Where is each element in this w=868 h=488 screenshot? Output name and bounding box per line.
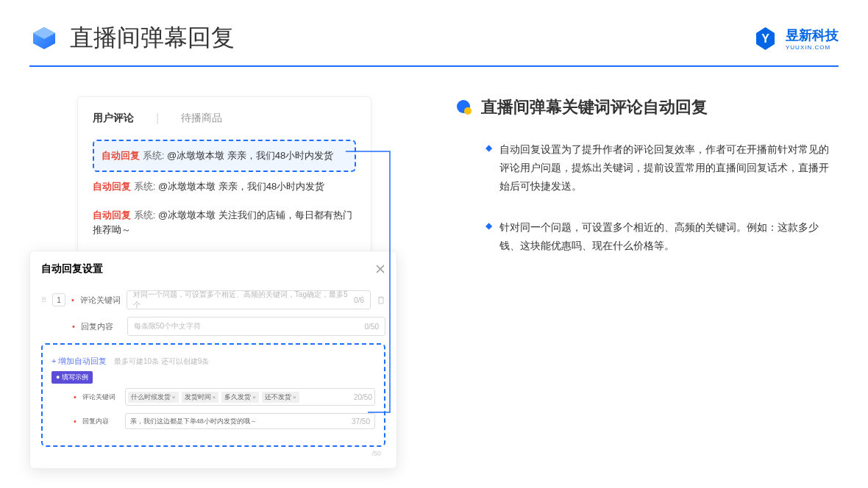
description-panel: 直播间弹幕关键词评论自动回复 ◆ 自动回复设置为了提升作者的评论回复效率，作者可… (456, 96, 839, 277)
keyword-input[interactable]: 对同一个问题，可设置多个相近、高频的关键词，Tag确定，最多5个 0/6 (127, 290, 371, 309)
tag-remove-icon[interactable]: × (172, 394, 176, 401)
cube-icon (29, 24, 59, 53)
system-label: 系统: (134, 181, 156, 192)
settings-card: 自动回复设置 ⠿ 1 • 评论关键词 对同一个问题，可设置多个相近、高频的关键词… (29, 251, 397, 469)
tab-divider: | (156, 112, 159, 129)
comment-item-highlighted: 自动回复 系统: @冰墩墩本墩 亲亲，我们48小时内发货 (93, 140, 356, 172)
example-content-input[interactable]: 亲，我们这边都是下单48小时内发货的哦～ 37/50 (125, 413, 375, 429)
bullet-marker-icon: ◆ (485, 220, 492, 255)
content-row: • 回复内容 每条限50个中文字符 0/50 (41, 317, 385, 336)
keyword-row: ⠿ 1 • 评论关键词 对同一个问题，可设置多个相近、高频的关键词，Tag确定，… (41, 290, 385, 309)
settings-title: 自动回复设置 (41, 262, 103, 276)
example-content-label: 回复内容 (82, 417, 119, 426)
tag-remove-icon[interactable]: × (293, 394, 296, 401)
tab-pending-goods[interactable]: 待播商品 (181, 112, 222, 129)
drag-handle-icon[interactable]: ⠿ (41, 296, 46, 304)
bullet-item: ◆ 自动回复设置为了提升作者的评论回复效率，作者可在开播前针对常见的评论用户问题… (456, 140, 839, 196)
comment-text: @冰墩墩本墩 亲亲，我们48小时内发货 (158, 181, 324, 192)
logo: Y 昱新科技 YUUXIN.COM (753, 26, 839, 51)
bullet-marker-icon: ◆ (485, 143, 492, 196)
example-keyword-label: 评论关键词 (82, 392, 119, 402)
content-label: 回复内容 (81, 321, 121, 332)
tag-remove-icon[interactable]: × (213, 394, 216, 401)
section-title: 直播间弹幕关键词评论自动回复 (481, 96, 708, 118)
tab-user-comments[interactable]: 用户评论 (93, 112, 134, 129)
bubble-icon (456, 99, 472, 115)
bullet-text: 针对同一个问题，可设置多个相近的、高频的关键词。例如：这款多少钱、这块能优惠吗、… (499, 218, 839, 255)
system-label: 系统: (143, 150, 165, 161)
connector-line (346, 140, 397, 420)
screenshot-panel: 用户评论 | 待播商品 自动回复 系统: @冰墩墩本墩 亲亲，我们48小时内发货… (29, 96, 412, 277)
header-divider (29, 65, 839, 67)
footer-count: /50 (41, 447, 385, 457)
tag-remove-icon[interactable]: × (252, 394, 256, 401)
example-content-row: • 回复内容 亲，我们这边都是下单48小时内发货的哦～ 37/50 (51, 413, 375, 429)
logo-text-cn: 昱新科技 (786, 26, 839, 44)
example-tag-input[interactable]: 什么时候发货× 发货时间× 多久发货× 还不发货× 20/50 (125, 388, 375, 406)
comment-item: 自动回复 系统: @冰墩墩本墩 关注我们的店铺，每日都有热门推荐呦～ (93, 201, 356, 244)
example-keyword-row: • 评论关键词 什么时候发货× 发货时间× 多久发货× 还不发货× 20/50 (51, 388, 375, 406)
system-label: 系统: (134, 209, 156, 220)
tag: 还不发货× (262, 392, 299, 403)
comments-card: 用户评论 | 待播商品 自动回复 系统: @冰墩墩本墩 亲亲，我们48小时内发货… (77, 96, 371, 259)
logo-text-en: YUUXIN.COM (786, 44, 839, 51)
tag: 多久发货× (221, 392, 259, 403)
example-badge: ● 填写示例 (51, 371, 93, 384)
auto-reply-badge: 自动回复 (93, 209, 131, 220)
order-number: 1 (52, 293, 65, 306)
required-marker: • (72, 322, 75, 331)
auto-reply-badge: 自动回复 (102, 150, 140, 161)
comment-text: @冰墩墩本墩 关注我们的店铺，每日都有热门推荐呦～ (93, 209, 352, 235)
page-header: 直播间弹幕回复 Y 昱新科技 YUUXIN.COM (0, 0, 868, 65)
example-box: + 增加自动回复 最多可建10条 还可以创建9条 ● 填写示例 • 评论关键词 … (41, 343, 385, 447)
tabs-row: 用户评论 | 待播商品 (93, 112, 356, 129)
bullet-text: 自动回复设置为了提升作者的评论回复效率，作者可在开播前针对常见的评论用户问题，提… (499, 140, 839, 196)
logo-icon: Y (753, 26, 778, 51)
svg-point-4 (464, 107, 472, 115)
add-hint: 最多可建10条 还可以创建9条 (114, 357, 209, 365)
bullet-item: ◆ 针对同一个问题，可设置多个相近的、高频的关键词。例如：这款多少钱、这块能优惠… (456, 218, 839, 255)
tag: 什么时候发货× (128, 392, 179, 403)
svg-text:Y: Y (761, 32, 769, 45)
keyword-label: 评论关键词 (80, 295, 121, 306)
required-marker: • (71, 295, 74, 304)
auto-reply-badge: 自动回复 (93, 181, 131, 192)
comment-text: @冰墩墩本墩 亲亲，我们48小时内发货 (167, 150, 333, 161)
add-auto-reply-link[interactable]: + 增加自动回复 (51, 356, 107, 365)
tag: 发货时间× (182, 392, 219, 403)
page-title: 直播间弹幕回复 (70, 22, 235, 54)
comment-item: 自动回复 系统: @冰墩墩本墩 亲亲，我们48小时内发货 (93, 172, 356, 201)
